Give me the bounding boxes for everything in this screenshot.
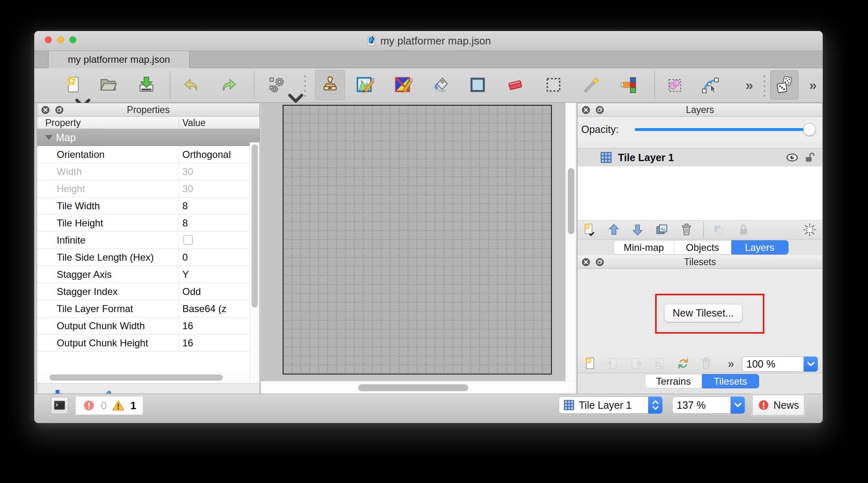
scrollbar-thumb[interactable] xyxy=(49,374,223,381)
close-panel-icon[interactable] xyxy=(581,105,591,115)
news-button[interactable]: News xyxy=(752,395,804,415)
property-row[interactable]: Stagger IndexOdd xyxy=(37,283,259,300)
tab-tilesets[interactable]: Tilesets xyxy=(702,374,759,388)
layer-unlocked-icon[interactable] xyxy=(804,151,816,164)
close-panel-icon[interactable] xyxy=(40,105,51,115)
property-value[interactable]: 0 xyxy=(182,252,248,263)
automapping-icon[interactable] xyxy=(265,73,289,97)
layer-row[interactable]: Tile Layer 1 xyxy=(578,148,822,166)
tileset-brush-icon[interactable] xyxy=(392,73,415,97)
select-same-tile-icon[interactable] xyxy=(617,73,640,97)
stamp-brush-icon[interactable] xyxy=(315,70,345,100)
lower-layer-icon[interactable] xyxy=(631,223,647,237)
rectangular-select-icon[interactable] xyxy=(542,73,565,97)
scrollbar-thumb[interactable] xyxy=(252,144,258,308)
tileset-zoom-value[interactable]: 100 % xyxy=(742,357,804,372)
map-horizontal-scrollbar[interactable] xyxy=(261,381,576,394)
float-panel-icon[interactable] xyxy=(595,257,605,267)
tab-terrains[interactable]: Terrains xyxy=(645,374,702,388)
tilesets-panel-header: Tilesets xyxy=(578,255,822,269)
open-file-icon[interactable] xyxy=(96,73,120,97)
property-value[interactable]: 8 xyxy=(182,217,248,229)
property-value[interactable]: Base64 (z xyxy=(182,303,248,315)
save-file-icon[interactable] xyxy=(135,73,158,97)
console-button[interactable] xyxy=(51,397,68,414)
properties-horizontal-scrollbar[interactable] xyxy=(37,372,250,383)
property-row[interactable]: Stagger AxisY xyxy=(37,266,259,283)
tab-mini-map[interactable]: Mini-map xyxy=(613,240,674,255)
issues-indicator[interactable]: 0 1 xyxy=(75,396,143,415)
map-zoom-value[interactable]: 137 % xyxy=(672,397,731,414)
close-panel-icon[interactable] xyxy=(581,257,591,267)
chevron-down-icon[interactable] xyxy=(804,357,818,372)
tileset-overflow-icon[interactable]: » xyxy=(722,357,738,371)
property-row[interactable]: Tile Height8 xyxy=(37,215,259,232)
scrollbar-thumb[interactable] xyxy=(568,168,574,234)
terrain-brush-icon[interactable] xyxy=(353,73,377,97)
tab-objects[interactable]: Objects xyxy=(674,240,731,255)
property-row[interactable]: Tile Layer FormatBase64 (z xyxy=(37,300,259,317)
delete-layer-icon[interactable] xyxy=(680,223,696,237)
collapse-triangle-icon[interactable] xyxy=(45,135,53,140)
property-value[interactable]: 16 xyxy=(182,320,248,332)
property-group-row[interactable]: Map xyxy=(37,129,259,146)
toolbar-overflow-icon[interactable]: » xyxy=(800,73,823,97)
map-vertical-scrollbar[interactable] xyxy=(565,103,576,381)
undo-icon[interactable] xyxy=(179,73,203,97)
new-tileset-icon[interactable] xyxy=(583,357,600,371)
reload-tileset-icon[interactable] xyxy=(676,357,693,371)
bucket-fill-icon[interactable] xyxy=(429,73,453,97)
tab-layers[interactable]: Layers xyxy=(731,240,788,255)
map-zoom-combo[interactable]: 137 % xyxy=(672,397,745,414)
opacity-slider[interactable] xyxy=(635,128,814,131)
property-row[interactable]: Tile Width8 xyxy=(37,197,259,215)
infinite-checkbox[interactable] xyxy=(183,235,193,245)
property-row[interactable]: Output Chunk Width16 xyxy=(37,317,259,335)
float-panel-icon[interactable] xyxy=(54,105,64,115)
current-layer-combo[interactable]: Tile Layer 1 xyxy=(559,397,662,414)
chevron-down-icon[interactable] xyxy=(731,397,745,414)
map-view[interactable] xyxy=(261,103,576,394)
magic-wand-icon[interactable] xyxy=(579,73,603,97)
property-value[interactable]: 30 xyxy=(182,166,248,177)
duplicate-layer-icon[interactable] xyxy=(655,223,671,237)
properties-vertical-scrollbar[interactable] xyxy=(250,142,259,423)
toolbar-separator xyxy=(254,71,255,98)
property-row[interactable]: Tile Side Length (Hex)0 xyxy=(37,249,259,266)
redo-icon[interactable] xyxy=(217,73,241,97)
spinner-arrows-icon[interactable] xyxy=(648,397,662,414)
highlight-current-layer-icon[interactable] xyxy=(803,223,819,237)
eraser-icon[interactable] xyxy=(503,73,527,97)
tileset-zoom-combo[interactable]: 100 % xyxy=(742,357,818,372)
property-value[interactable]: 16 xyxy=(182,337,248,349)
raise-layer-icon[interactable] xyxy=(607,223,623,237)
property-value[interactable]: Orthogonal xyxy=(182,149,248,160)
property-row[interactable]: OrientationOrthogonal xyxy=(37,146,259,163)
random-mode-icon[interactable] xyxy=(770,70,799,100)
float-panel-icon[interactable] xyxy=(595,105,605,115)
chevron-down-icon[interactable] xyxy=(73,94,82,100)
property-row[interactable]: Infinite xyxy=(37,232,259,249)
chevron-down-icon[interactable] xyxy=(286,89,295,95)
select-objects-icon[interactable] xyxy=(662,73,686,97)
edit-polygons-icon[interactable] xyxy=(698,73,722,97)
new-tileset-button[interactable]: New Tileset... xyxy=(664,304,742,322)
shape-fill-icon[interactable] xyxy=(466,73,489,97)
scrollbar-thumb[interactable] xyxy=(358,384,468,391)
property-value[interactable]: 8 xyxy=(182,200,248,212)
properties-column-header[interactable]: Property Value xyxy=(37,117,259,129)
map-grid[interactable] xyxy=(283,105,552,374)
property-row[interactable]: Height30 xyxy=(37,180,259,197)
property-value[interactable]: Y xyxy=(182,269,248,280)
layer-visible-icon[interactable] xyxy=(786,151,799,164)
property-value[interactable]: Odd xyxy=(182,286,248,297)
opacity-slider-knob[interactable] xyxy=(803,123,816,136)
opacity-row: Opacity: xyxy=(578,117,822,142)
property-value[interactable]: 30 xyxy=(182,183,248,195)
new-layer-icon[interactable] xyxy=(582,223,599,237)
property-row[interactable]: Output Chunk Height16 xyxy=(37,335,259,352)
property-row[interactable]: Width30 xyxy=(37,163,259,180)
document-tab[interactable]: my platformer map.json xyxy=(48,51,190,68)
new-map-icon[interactable] xyxy=(61,73,85,97)
more-tools-icon[interactable]: » xyxy=(737,73,760,97)
